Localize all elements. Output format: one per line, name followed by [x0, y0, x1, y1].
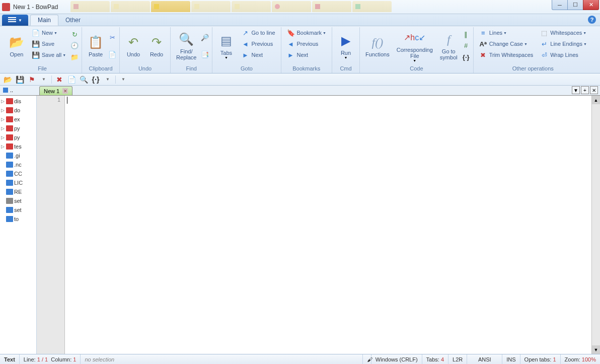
ribbon-tab-other[interactable]: Other: [58, 15, 88, 26]
change-case-button[interactable]: AᵃChange Case▼: [477, 38, 536, 49]
tree-item[interactable]: .nc: [0, 160, 36, 169]
qt-customize-dropdown[interactable]: ▼: [119, 75, 128, 84]
tab-add-button[interactable]: +: [581, 86, 589, 94]
cut-icon[interactable]: ✂: [108, 33, 116, 41]
folder-open-icon: 📂: [9, 34, 25, 50]
status-direction[interactable]: L2R: [448, 354, 467, 364]
functions-button[interactable]: f()Functions: [363, 27, 392, 64]
status-language[interactable]: Text: [0, 354, 20, 364]
tab-close-all-button[interactable]: ✕: [590, 86, 598, 94]
tree-item[interactable]: ▷ex: [0, 115, 36, 124]
goto-line-button[interactable]: ↗Go to line: [239, 27, 277, 38]
tree-item[interactable]: ▷tes: [0, 142, 36, 151]
folder-icon[interactable]: 📁: [70, 53, 79, 61]
save-icon: 💾: [32, 40, 40, 48]
undo-button[interactable]: ↶Undo: [123, 27, 144, 64]
qt-delete-icon[interactable]: ✖: [55, 75, 64, 84]
qt-brace-dropdown[interactable]: ▼: [103, 75, 112, 84]
qt-new-icon[interactable]: 📄: [67, 75, 76, 84]
tree-item[interactable]: to: [0, 214, 36, 224]
tree-item[interactable]: set: [0, 205, 36, 214]
tree-item[interactable]: ▷py: [0, 133, 36, 142]
group-clipboard: 📋 Paste ✂ 📄 Clipboard: [82, 27, 120, 73]
vertical-scrollbar[interactable]: ▲ ▼: [591, 96, 600, 354]
wrap-lines-button[interactable]: ⏎Wrap Lines: [538, 49, 589, 60]
status-position[interactable]: Line: 1 / 1 Column: 1: [20, 354, 81, 364]
status-eol[interactable]: Windows (CRLF): [371, 354, 422, 364]
bookmark-button[interactable]: 🔖Bookmark▼: [284, 27, 329, 38]
tabs-button[interactable]: ▤Tabs▼: [215, 27, 237, 64]
goto-symbol-button[interactable]: fGo to symbol: [437, 27, 460, 64]
ribbon: 📂 Open 📄New▼ 💾Save 💾Save all▼ ↻ 🕘 📁 File…: [0, 26, 600, 74]
brace-match-icon[interactable]: {·}: [462, 53, 470, 61]
save-all-button[interactable]: 💾Save all▼: [29, 49, 68, 60]
find-replace-button[interactable]: 🔍Find/ Replace: [174, 27, 199, 64]
maximize-button[interactable]: ☐: [567, 0, 583, 10]
goto-next-button[interactable]: ►Next: [239, 49, 277, 60]
tree-item[interactable]: ▷dis: [0, 97, 36, 106]
status-encoding[interactable]: ANSI: [467, 354, 502, 364]
group-undo: ↶Undo ↷Redo Undo: [120, 27, 171, 73]
tree-item[interactable]: RE: [0, 187, 36, 196]
background-browser-tabs: [70, 1, 392, 12]
group-other-ops: ≡Lines▼ AᵃChange Case▼ ✖Trim Whitespaces…: [474, 27, 592, 73]
new-button[interactable]: 📄New▼: [29, 27, 68, 38]
group-file: 📂 Open 📄New▼ 💾Save 💾Save all▼ ↻ 🕘 📁 File: [3, 27, 82, 73]
qt-search-icon[interactable]: 🔍: [79, 75, 88, 84]
status-brush-icon[interactable]: 🖌: [363, 354, 371, 364]
tree-item[interactable]: set: [0, 196, 36, 205]
tree-item[interactable]: CC: [0, 169, 36, 178]
qt-brace-icon[interactable]: {·}: [91, 75, 100, 84]
help-icon[interactable]: ?: [588, 16, 596, 24]
file-menu-button[interactable]: ▼: [2, 15, 28, 26]
tree-item[interactable]: LIC: [0, 178, 36, 187]
trim-ws-button[interactable]: ✖Trim Whitespaces: [477, 49, 536, 60]
run-button[interactable]: ▶Run▼: [335, 27, 356, 64]
status-bar: Text Line: 1 / 1 Column: 1 no selection …: [0, 354, 600, 364]
whitespaces-button[interactable]: ⬚Whitespaces▼: [538, 27, 589, 38]
comment-icon[interactable]: ∥: [462, 30, 470, 38]
qt-flag-icon[interactable]: ⚑: [27, 75, 36, 84]
line-endings-button[interactable]: ↵Line Endings▼: [538, 38, 589, 49]
minimize-button[interactable]: ─: [552, 0, 568, 10]
close-button[interactable]: ✕: [583, 0, 599, 10]
refresh-icon[interactable]: ↻: [70, 30, 79, 38]
qt-open-icon[interactable]: 📂: [3, 75, 12, 84]
group-code: f()Functions ↗hc↙Corresponding File▼ fGo…: [360, 27, 474, 73]
status-insert-mode[interactable]: INS: [502, 354, 520, 364]
find-files-icon[interactable]: 📑: [201, 50, 209, 58]
document-tab[interactable]: New 1 ✕: [39, 86, 72, 95]
qt-flag-dropdown[interactable]: ▼: [39, 75, 48, 84]
tree-root-label[interactable]: ..: [10, 87, 13, 93]
ribbon-tab-main[interactable]: Main: [30, 15, 58, 26]
tab-list-button[interactable]: ▼: [572, 86, 580, 94]
corresponding-file-button[interactable]: ↗hc↙Corresponding File▼: [394, 27, 435, 64]
line-gutter: 1: [37, 96, 65, 354]
open-button[interactable]: 📂 Open: [6, 27, 27, 64]
tab-close-icon[interactable]: ✕: [62, 88, 68, 94]
goto-prev-button[interactable]: ◄Previous: [239, 38, 277, 49]
scroll-up-button[interactable]: ▲: [592, 96, 600, 104]
main-area: ▷dis▷do▷ex▷py▷py▷tes.gi.ncCCLICREsetsett…: [0, 96, 600, 354]
redo-button[interactable]: ↷Redo: [146, 27, 167, 64]
editor[interactable]: [65, 96, 591, 354]
lines-button[interactable]: ≡Lines▼: [477, 27, 536, 38]
find-prev-icon[interactable]: 🔎: [201, 33, 209, 41]
paste-button[interactable]: 📋 Paste: [85, 27, 106, 64]
file-tree[interactable]: ▷dis▷do▷ex▷py▷py▷tes.gi.ncCCLICREsetsett…: [0, 96, 37, 354]
arrow-right-icon: ►: [241, 51, 249, 59]
hash-icon[interactable]: #: [462, 42, 470, 50]
tree-item[interactable]: ▷py: [0, 124, 36, 133]
bookmark-prev-button[interactable]: ◄Previous: [284, 38, 329, 49]
copy-icon[interactable]: 📄: [108, 50, 116, 58]
tabs-icon: ▤: [218, 33, 234, 49]
save-button[interactable]: 💾Save: [29, 38, 68, 49]
status-tabs[interactable]: Tabs: 4: [422, 354, 448, 364]
recent-icon[interactable]: 🕘: [70, 42, 79, 50]
bookmark-next-button[interactable]: ►Next: [284, 49, 329, 60]
status-zoom[interactable]: Zoom: 100%: [561, 354, 600, 364]
qt-save-icon[interactable]: 💾: [15, 75, 24, 84]
tree-item[interactable]: ▷do: [0, 106, 36, 115]
tree-item[interactable]: .gi: [0, 151, 36, 160]
scroll-down-button[interactable]: ▼: [592, 345, 600, 354]
